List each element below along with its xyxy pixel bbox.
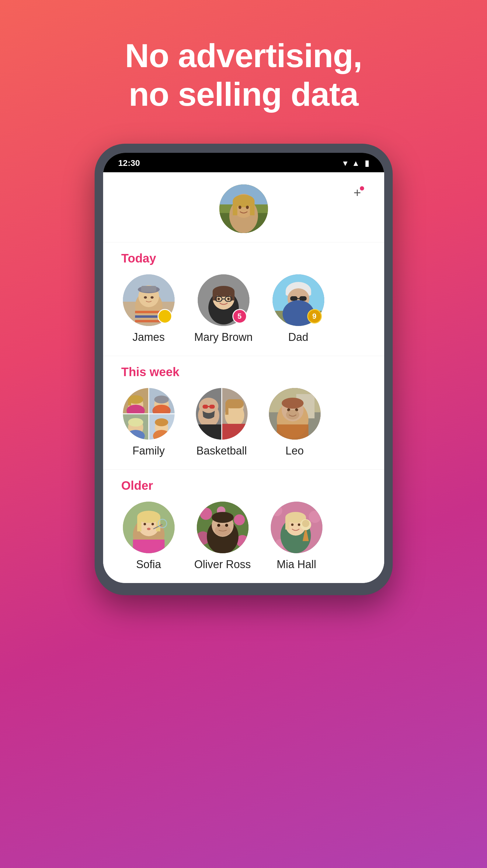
status-icons: ▾ ▲ ▮ bbox=[343, 159, 369, 168]
contact-leo[interactable]: Leo bbox=[267, 388, 322, 457]
svg-point-53 bbox=[154, 396, 169, 403]
family-name: Family bbox=[133, 444, 165, 457]
family-avatar-wrap bbox=[123, 388, 175, 440]
contact-mary[interactable]: 5 Mary Brown bbox=[194, 274, 253, 344]
section-this-week: This week bbox=[103, 356, 384, 470]
headline-line1: No advertising, bbox=[125, 36, 362, 75]
phone-screen: 12:30 ▾ ▲ ▮ bbox=[103, 153, 384, 583]
svg-point-16 bbox=[144, 296, 147, 299]
svg-rect-121 bbox=[285, 518, 289, 530]
dad-name: Dad bbox=[288, 331, 309, 344]
svg-point-17 bbox=[150, 296, 153, 299]
phone-mockup: 12:30 ▾ ▲ ▮ bbox=[95, 144, 393, 595]
svg-rect-69 bbox=[203, 405, 208, 409]
svg-point-113 bbox=[225, 524, 228, 527]
sofia-avatar bbox=[123, 502, 175, 553]
leo-name: Leo bbox=[285, 444, 304, 457]
contact-james[interactable]: James bbox=[121, 274, 176, 344]
family-avatar bbox=[123, 388, 175, 440]
mia-avatar-wrap bbox=[271, 502, 322, 553]
svg-point-112 bbox=[217, 524, 220, 527]
mary-name: Mary Brown bbox=[194, 331, 253, 344]
signal-icon: ▲ bbox=[352, 159, 360, 168]
contact-oliver[interactable]: Oliver Ross bbox=[194, 502, 251, 571]
svg-rect-26 bbox=[212, 291, 217, 301]
mary-avatar-wrap: 5 bbox=[198, 274, 250, 326]
contact-family[interactable]: Family bbox=[121, 388, 176, 457]
svg-rect-70 bbox=[209, 405, 215, 409]
my-avatar[interactable] bbox=[219, 184, 268, 233]
svg-rect-7 bbox=[250, 201, 254, 215]
section-this-week-title: This week bbox=[121, 365, 366, 379]
svg-point-116 bbox=[309, 511, 321, 523]
svg-rect-78 bbox=[222, 424, 248, 440]
mary-badge: 5 bbox=[232, 309, 247, 323]
contact-mia[interactable]: Mia Hall bbox=[269, 502, 324, 571]
section-older: Older bbox=[103, 470, 384, 583]
svg-rect-72 bbox=[196, 425, 222, 440]
svg-point-9 bbox=[246, 206, 249, 209]
svg-point-103 bbox=[200, 508, 212, 520]
today-contacts-row: James bbox=[121, 274, 366, 344]
basketball-avatar-wrap bbox=[196, 388, 248, 440]
oliver-name: Oliver Ross bbox=[194, 558, 251, 571]
leo-avatar-wrap bbox=[269, 388, 321, 440]
svg-point-57 bbox=[128, 418, 143, 427]
james-name: James bbox=[132, 331, 165, 344]
svg-point-32 bbox=[227, 298, 230, 300]
svg-point-123 bbox=[291, 524, 293, 526]
battery-icon: ▮ bbox=[365, 159, 369, 168]
mary-badge-count: 5 bbox=[237, 312, 241, 320]
svg-point-111 bbox=[215, 525, 231, 536]
svg-rect-15 bbox=[141, 286, 156, 292]
wifi-icon: ▾ bbox=[343, 159, 347, 168]
sofia-avatar-wrap bbox=[123, 502, 175, 553]
oliver-avatar bbox=[197, 502, 249, 553]
section-today-title: Today bbox=[121, 252, 366, 265]
section-older-title: Older bbox=[121, 479, 366, 493]
svg-point-85 bbox=[282, 398, 304, 409]
oliver-avatar-wrap bbox=[197, 502, 249, 553]
svg-rect-89 bbox=[277, 425, 309, 440]
svg-rect-94 bbox=[137, 517, 141, 531]
james-badge bbox=[157, 309, 172, 323]
svg-point-21 bbox=[163, 314, 167, 319]
svg-rect-20 bbox=[135, 320, 163, 322]
basketball-avatar bbox=[196, 388, 248, 440]
svg-rect-77 bbox=[225, 403, 228, 415]
svg-point-88 bbox=[286, 410, 299, 420]
contact-basketball[interactable]: Basketball bbox=[194, 388, 249, 457]
svg-rect-49 bbox=[128, 400, 131, 406]
contact-sofia[interactable]: Sofia bbox=[121, 502, 176, 571]
svg-rect-6 bbox=[233, 201, 237, 215]
this-week-contacts-row: Family bbox=[121, 388, 366, 457]
james-avatar-wrap bbox=[123, 274, 175, 326]
contact-dad[interactable]: 9 Dad bbox=[271, 274, 326, 344]
section-today: Today bbox=[103, 243, 384, 356]
svg-rect-42 bbox=[299, 296, 307, 301]
dad-badge: 9 bbox=[307, 309, 322, 323]
notification-dot bbox=[360, 186, 364, 190]
svg-point-124 bbox=[298, 524, 300, 526]
headline: No advertising, no selling data bbox=[125, 36, 362, 113]
app-content: + Today bbox=[103, 172, 384, 583]
basketball-name: Basketball bbox=[196, 444, 247, 457]
older-contacts-row: Sofia bbox=[121, 502, 366, 571]
status-time: 12:30 bbox=[118, 158, 140, 168]
my-avatar-image bbox=[219, 184, 268, 233]
svg-point-97 bbox=[151, 523, 154, 525]
svg-point-104 bbox=[234, 514, 245, 525]
status-bar: 12:30 ▾ ▲ ▮ bbox=[103, 153, 384, 172]
headline-line2: no selling data bbox=[125, 75, 362, 114]
svg-rect-101 bbox=[133, 539, 165, 553]
leo-avatar bbox=[269, 388, 321, 440]
svg-point-115 bbox=[271, 505, 282, 516]
svg-point-110 bbox=[212, 512, 234, 523]
svg-rect-27 bbox=[230, 291, 234, 301]
dad-avatar-wrap: 9 bbox=[273, 274, 324, 326]
svg-point-61 bbox=[155, 418, 168, 426]
add-contact-button[interactable]: + bbox=[349, 184, 366, 202]
svg-point-8 bbox=[238, 206, 241, 209]
svg-point-96 bbox=[144, 523, 146, 525]
svg-point-126 bbox=[302, 520, 309, 527]
